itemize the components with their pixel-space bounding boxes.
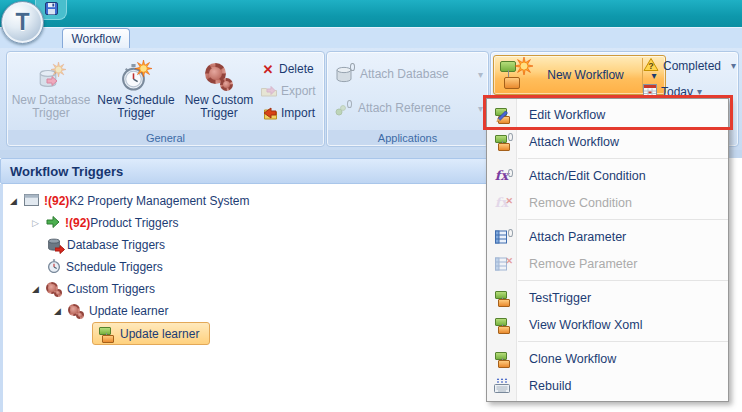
attach-reference-button: Attach Reference ▾ [335, 100, 483, 116]
delete-button[interactable]: Delete [261, 59, 314, 79]
completed-dropdown-button[interactable]: ? Completed [643, 57, 721, 75]
title-bar [0, 0, 742, 27]
annotation-highlight-box [483, 95, 733, 130]
schedule-trigger-icon [120, 56, 152, 92]
new-database-trigger-button: New DatabaseTrigger [9, 56, 93, 128]
condition-fx-icon [487, 168, 516, 183]
new-workflow-icon [499, 60, 529, 90]
import-button[interactable]: Import [261, 103, 315, 123]
workflow-blocks-icon [487, 317, 516, 333]
database-icon [47, 238, 62, 253]
attach-workflow-icon [487, 134, 516, 150]
ribbon-group-general: New DatabaseTrigger New ScheduleTrigger [6, 51, 325, 147]
attach-database-button: Attach Database ▾ [335, 64, 483, 84]
group-label-general: General [8, 130, 323, 145]
warning-triangle-icon: ? [643, 57, 659, 75]
gears-icon [46, 281, 62, 297]
app-logo-icon: T [15, 9, 29, 36]
rebuild-keyboard-icon [487, 378, 516, 393]
ribbon-group-applications: Attach Database ▾ Attach Reference ▾ App… [326, 51, 489, 147]
menu-item-remove-parameter: Remove Parameter [487, 250, 728, 277]
custom-trigger-icon [204, 56, 234, 92]
import-icon [261, 107, 277, 120]
menu-item-clone-workflow[interactable]: Clone Workflow [487, 345, 728, 372]
alert-badge: !(92) [65, 216, 90, 230]
expander-open-icon[interactable] [8, 196, 19, 206]
new-workflow-button[interactable]: New Workflow ▾ [493, 55, 666, 95]
tree-item-product-triggers[interactable]: !(92)Product Triggers [30, 214, 178, 232]
tree-item-custom-triggers[interactable]: Custom Triggers [30, 280, 155, 298]
remove-parameter-icon [487, 257, 516, 271]
panel-title: Workflow Triggers [10, 164, 123, 179]
alert-badge: !(92) [44, 194, 69, 208]
application-window: T Workflow New DatabaseTrigger [0, 0, 742, 412]
expander-open-icon[interactable] [30, 284, 41, 294]
parameter-table-icon [487, 230, 516, 244]
delete-x-icon [261, 63, 275, 76]
group-label-applications: Applications [328, 130, 487, 145]
tree-item-database-triggers[interactable]: Database Triggers [47, 236, 165, 254]
new-schedule-trigger-button[interactable]: New ScheduleTrigger [93, 56, 179, 128]
export-button: Export [261, 81, 316, 101]
panel-header: Workflow Triggers [0, 158, 489, 184]
remove-condition-icon [487, 195, 516, 210]
database-trigger-icon [36, 56, 66, 92]
attach-database-dropdown-icon: ▾ [478, 69, 483, 80]
tree-item-update-learner-selected[interactable]: Update learner [92, 322, 210, 345]
tab-workflow[interactable]: Workflow [62, 28, 130, 49]
svg-text:?: ? [648, 61, 654, 71]
tree-item-schedule-triggers[interactable]: Schedule Triggers [47, 258, 163, 276]
menu-separator [518, 219, 728, 220]
expander-open-icon[interactable] [52, 306, 63, 316]
menu-item-view-workflow-xoml[interactable]: View Workflow Xoml [487, 311, 728, 338]
application-menu-button[interactable]: T [1, 1, 44, 44]
export-icon [261, 85, 277, 97]
menu-item-attach-workflow[interactable]: Attach Workflow [487, 128, 728, 155]
menu-item-attach-edit-condition[interactable]: Attach/Edit Condition [487, 162, 728, 189]
workflow-blocks-icon [98, 326, 114, 342]
completed-dropdown-icon[interactable]: ▾ [731, 60, 736, 71]
menu-item-attach-parameter[interactable]: Attach Parameter [487, 223, 728, 250]
tree-item-k2-system[interactable]: !(92)K2 Property Management System [8, 192, 249, 210]
workflow-blocks-icon [487, 351, 516, 367]
menu-item-test-trigger[interactable]: TestTrigger [487, 284, 728, 311]
menu-separator [518, 280, 728, 281]
green-arrow-icon [46, 215, 60, 232]
menu-item-remove-condition: Remove Condition [487, 189, 728, 216]
panel-left-border [0, 184, 3, 412]
stopwatch-icon [47, 259, 61, 276]
gears-icon [68, 303, 84, 319]
attach-reference-icon [335, 100, 353, 116]
menu-item-rebuild[interactable]: Rebuild [487, 372, 728, 399]
attach-database-icon [335, 64, 355, 84]
window-icon [24, 194, 39, 209]
new-custom-trigger-button[interactable]: New CustomTrigger [181, 56, 257, 128]
new-workflow-context-menu: Edit Workflow Attach Workflow Attach/Edi… [486, 98, 729, 402]
workflow-blocks-icon [487, 290, 516, 306]
save-icon [45, 1, 58, 19]
menu-separator [518, 158, 728, 159]
expander-closed-icon[interactable] [30, 218, 41, 228]
tree-item-update-learner[interactable]: Update learner [52, 302, 168, 320]
menu-separator [518, 341, 728, 342]
